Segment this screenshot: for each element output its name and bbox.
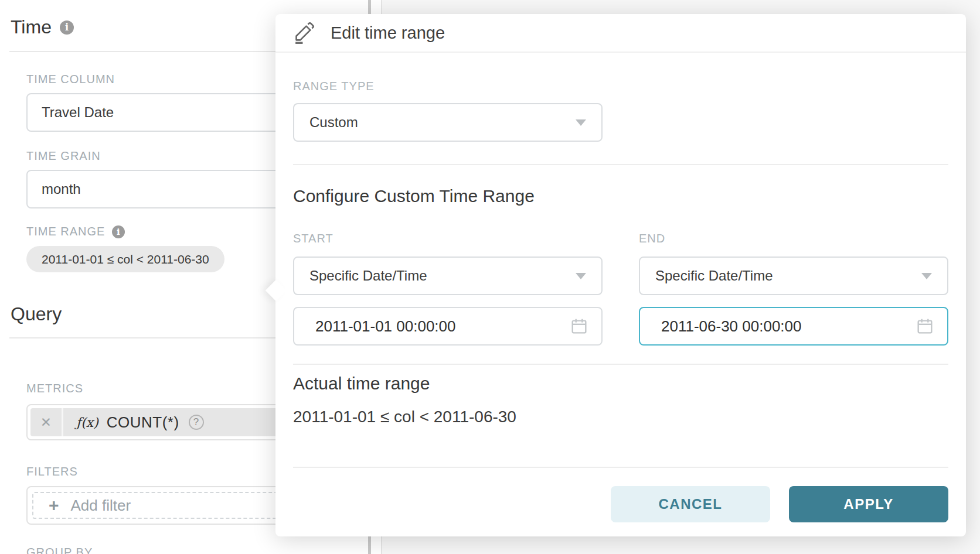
time-grain-value: month [42,181,81,197]
edit-pencil-icon [293,22,315,44]
calendar-icon[interactable] [570,317,588,336]
function-icon: ƒ(x) [76,415,98,430]
end-mode-select[interactable]: Specific Date/Time [639,257,948,295]
range-type-label: RANGE TYPE [293,80,375,93]
add-filter-label: Add filter [71,497,131,515]
popover-header: Edit time range [275,14,966,53]
popover-footer: CANCEL APPLY [611,486,948,522]
group-by-label: GROUP BY [26,546,93,554]
popover-divider [293,164,948,165]
query-section-label: Query [11,303,62,325]
metrics-label: METRICS [26,382,83,395]
chevron-down-icon [576,119,586,126]
end-mode-value: Specific Date/Time [655,268,773,284]
time-column-label: TIME COLUMN [26,73,115,86]
start-datetime-input[interactable]: 2011-01-01 00:00:00 [293,307,603,346]
plus-icon: + [49,495,59,515]
start-mode-select[interactable]: Specific Date/Time [293,257,603,295]
cancel-button[interactable]: CANCEL [611,486,770,522]
start-mode-value: Specific Date/Time [309,268,427,284]
time-range-value: 2011-01-01 ≤ col < 2011-06-30 [42,252,209,266]
calendar-icon[interactable] [916,317,934,336]
filters-label: FILTERS [26,465,78,478]
range-type-value: Custom [309,114,358,131]
end-label: END [639,232,665,245]
remove-metric-icon[interactable]: ✕ [30,408,63,436]
popover-title: Edit time range [331,23,445,43]
actual-time-range-value: 2011-01-01 ≤ col < 2011-06-30 [293,408,516,426]
filters-field: + Add filter [26,486,308,525]
time-range-label-text: TIME RANGE [26,225,105,238]
popover-divider [293,364,948,365]
actual-time-range-heading: Actual time range [293,374,430,394]
time-section-title: Time i [11,16,74,38]
end-datetime-input[interactable]: 2011-06-30 00:00:00 [639,307,948,346]
time-range-label: TIME RANGE i [26,225,125,238]
configure-heading: Configure Custom Time Range [293,186,535,206]
time-section-label: Time [11,16,52,38]
time-grain-select[interactable]: month [26,170,308,208]
edit-time-range-popover: Edit time range RANGE TYPE Custom Config… [275,14,966,536]
metric-chip-label: COUNT(*) [107,413,179,432]
range-type-select[interactable]: Custom [293,103,603,142]
footer-divider [293,467,948,468]
start-datetime-value: 2011-01-01 00:00:00 [315,317,456,336]
start-label: START [293,232,334,245]
question-icon[interactable]: ? [189,415,204,430]
metric-chip[interactable]: ✕ ƒ(x) COUNT(*) ? [30,408,304,436]
metrics-field[interactable]: ✕ ƒ(x) COUNT(*) ? [26,404,308,440]
apply-button[interactable]: APPLY [789,486,948,522]
add-filter-button[interactable]: + Add filter [32,492,302,519]
chevron-down-icon [921,273,932,279]
time-column-select[interactable]: Travel Date [26,93,308,132]
end-datetime-value: 2011-06-30 00:00:00 [661,317,802,336]
info-icon[interactable]: i [60,20,74,35]
query-section-title: Query [11,303,62,325]
time-column-value: Travel Date [42,104,114,121]
time-range-pill[interactable]: 2011-01-01 ≤ col < 2011-06-30 [26,246,224,272]
info-icon[interactable]: i [112,225,125,238]
time-grain-label: TIME GRAIN [26,149,101,163]
chevron-down-icon [576,273,586,279]
